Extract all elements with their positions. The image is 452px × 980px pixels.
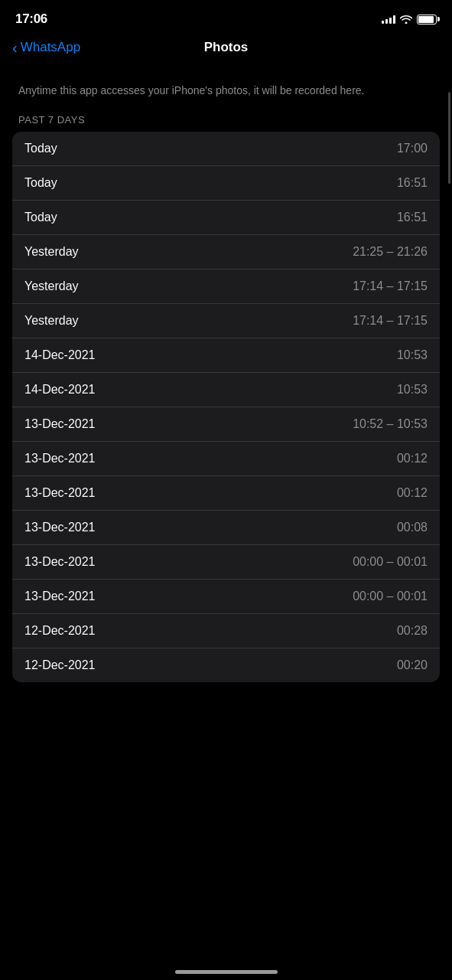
row-time: 00:20 [397, 658, 428, 672]
table-row: Yesterday17:14 – 17:15 [12, 270, 440, 304]
description-text: Anytime this app accesses your iPhone's … [0, 67, 452, 108]
back-label: WhatsApp [21, 40, 80, 55]
row-time: 16:51 [397, 176, 428, 190]
row-time: 00:12 [397, 486, 428, 500]
row-time: 10:53 [397, 348, 428, 362]
table-row: 13-Dec-202100:00 – 00:01 [12, 545, 440, 580]
battery-icon [417, 15, 437, 24]
row-time: 00:08 [397, 521, 428, 534]
row-time: 17:00 [397, 142, 428, 155]
row-time: 10:53 [397, 383, 428, 397]
nav-bar: ‹ WhatsApp Photos [0, 34, 452, 67]
back-button[interactable]: ‹ WhatsApp [12, 40, 80, 55]
status-icons [382, 15, 437, 24]
row-date: 14-Dec-2021 [24, 348, 96, 362]
row-time: 17:14 – 17:15 [353, 279, 428, 293]
table-row: Today17:00 [12, 132, 440, 166]
row-date: 13-Dec-2021 [24, 417, 96, 431]
row-date: Today [24, 142, 57, 155]
page-title: Photos [204, 40, 249, 55]
table-row: Today16:51 [12, 166, 440, 201]
row-date: 14-Dec-2021 [24, 383, 96, 397]
table-row: Yesterday21:25 – 21:26 [12, 235, 440, 270]
row-time: 17:14 – 17:15 [353, 314, 428, 328]
row-date: 13-Dec-2021 [24, 521, 96, 534]
row-date: Today [24, 176, 57, 190]
home-indicator [175, 970, 278, 974]
status-time: 17:06 [15, 11, 47, 27]
row-date: 13-Dec-2021 [24, 486, 96, 500]
row-date: Today [24, 211, 57, 224]
row-date: 13-Dec-2021 [24, 555, 96, 569]
row-time: 00:12 [397, 452, 428, 466]
row-time: 00:00 – 00:01 [353, 590, 428, 603]
row-date: Yesterday [24, 245, 79, 259]
row-date: 13-Dec-2021 [24, 590, 96, 603]
wifi-icon [400, 15, 412, 24]
row-date: 12-Dec-2021 [24, 624, 96, 638]
row-date: 13-Dec-2021 [24, 452, 96, 466]
table-row: Yesterday17:14 – 17:15 [12, 304, 440, 338]
back-chevron-icon: ‹ [12, 40, 18, 55]
section-header: PAST 7 DAYS [0, 108, 452, 132]
row-date: 12-Dec-2021 [24, 658, 96, 672]
access-log-table: Today17:00Today16:51Today16:51Yesterday2… [12, 132, 440, 682]
scrollbar[interactable] [448, 92, 450, 184]
table-row: Today16:51 [12, 201, 440, 235]
table-row: 13-Dec-202100:00 – 00:01 [12, 580, 440, 614]
table-row: 13-Dec-202100:08 [12, 511, 440, 545]
table-row: 12-Dec-202100:28 [12, 614, 440, 648]
row-time: 00:28 [397, 624, 428, 638]
row-time: 16:51 [397, 211, 428, 224]
row-date: Yesterday [24, 314, 79, 328]
table-row: 14-Dec-202110:53 [12, 338, 440, 373]
row-time: 21:25 – 21:26 [353, 245, 428, 259]
table-row: 13-Dec-202100:12 [12, 442, 440, 476]
row-time: 00:00 – 00:01 [353, 555, 428, 569]
row-time: 10:52 – 10:53 [353, 417, 428, 431]
status-bar: 17:06 [0, 0, 452, 34]
table-row: 14-Dec-202110:53 [12, 373, 440, 407]
table-row: 13-Dec-202100:12 [12, 476, 440, 511]
row-date: Yesterday [24, 279, 79, 293]
table-row: 13-Dec-202110:52 – 10:53 [12, 407, 440, 442]
table-row: 12-Dec-202100:20 [12, 648, 440, 682]
signal-icon [382, 15, 395, 24]
